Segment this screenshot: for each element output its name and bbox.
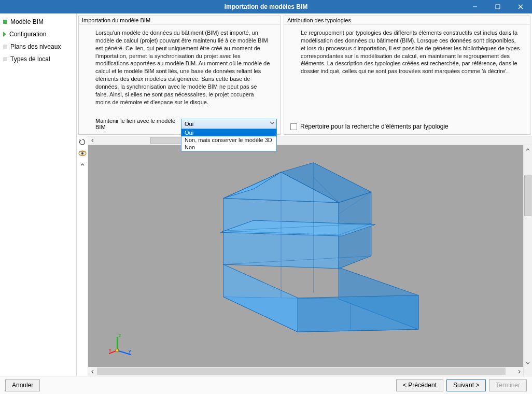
combo-label: Maintenir le lien avec le modèle BIM xyxy=(95,118,179,130)
pending-icon xyxy=(3,57,7,61)
import-panel: Importation du modèle BIM Lorsqu'un modè… xyxy=(78,16,281,135)
scroll-down-icon[interactable] xyxy=(524,358,532,367)
axis-gizmo: z y x xyxy=(109,331,135,357)
panel-text: Lorsqu'un modèle de données du bâtiment … xyxy=(79,25,280,118)
window-title: Importation de modèles BIM xyxy=(225,3,308,10)
sidebar-item-label: Types de local xyxy=(10,55,50,63)
minimize-button[interactable] xyxy=(464,0,486,13)
combo-option[interactable]: Non xyxy=(181,144,276,151)
svg-point-28 xyxy=(116,349,119,352)
scroll-left-icon[interactable] xyxy=(88,367,97,376)
finish-button: Terminer xyxy=(489,379,527,391)
maintain-link-row: Maintenir le lien avec le modèle BIM Oui… xyxy=(79,118,280,134)
sidebar-item-label: Plans des niveaux xyxy=(10,43,61,50)
typology-checkbox-row: Répertoire pour la recherche d'éléments … xyxy=(284,123,530,134)
sidebar-item-modele-bim[interactable]: Modèle BIM xyxy=(0,16,76,28)
maximize-button[interactable] xyxy=(486,0,509,13)
window-controls xyxy=(464,0,532,13)
3d-canvas[interactable]: z y x xyxy=(88,145,523,367)
reset-view-tool[interactable] xyxy=(78,138,87,146)
scroll-right-icon[interactable] xyxy=(514,367,523,376)
sidebar-item-types[interactable]: Types de local xyxy=(0,53,76,65)
sidebar-item-label: Configuration xyxy=(9,31,46,38)
eye-view-tool[interactable] xyxy=(78,149,87,158)
scroll-corner xyxy=(523,367,532,376)
combo-dropdown: Oui Non, mais conserver le modèle 3D Non xyxy=(181,129,277,151)
content-area: Importation du modèle BIM Lorsqu'un modè… xyxy=(77,13,532,376)
sidebar-item-configuration[interactable]: Configuration xyxy=(0,28,76,40)
combo-option[interactable]: Non, mais conserver le modèle 3D xyxy=(181,136,276,144)
svg-point-5 xyxy=(81,152,83,154)
combo-option[interactable]: Oui xyxy=(181,129,276,136)
typology-checkbox[interactable] xyxy=(290,123,297,130)
svg-marker-17 xyxy=(298,295,418,332)
sidebar-item-label: Modèle BIM xyxy=(10,18,44,25)
maintain-link-combo[interactable]: Oui Oui Non, mais conserver le modèle 3D… xyxy=(181,119,277,129)
checkbox-label: Répertoire pour la recherche d'éléments … xyxy=(300,123,449,130)
checkmark-icon xyxy=(3,20,7,24)
close-button[interactable] xyxy=(509,0,532,13)
axis-y-label: y xyxy=(129,348,131,354)
chevron-down-icon xyxy=(270,120,275,126)
vertical-scroll[interactable] xyxy=(523,145,532,367)
typology-panel: Attribution des typologies Le regroupeme… xyxy=(284,16,530,135)
scroll-thumb[interactable] xyxy=(524,175,531,216)
panel-text: Le regroupement par typologies des diffé… xyxy=(284,25,530,123)
panel-title: Attribution des typologies xyxy=(284,16,530,25)
3d-viewer: z y x xyxy=(77,136,532,376)
arrow-right-icon xyxy=(3,32,6,37)
sidebar-item-plans[interactable]: Plans des niveaux xyxy=(0,40,76,53)
panel-title: Importation du modèle BIM xyxy=(79,16,280,25)
top-panels: Importation du modèle BIM Lorsqu'un modè… xyxy=(77,13,532,136)
scroll-up-icon[interactable] xyxy=(524,145,532,154)
scroll-left-icon[interactable] xyxy=(88,136,97,145)
horizontal-scroll-bottom[interactable] xyxy=(88,367,532,376)
main-area: Modèle BIM Configuration Plans des nivea… xyxy=(0,13,532,376)
collapse-tool[interactable] xyxy=(78,161,87,169)
wizard-sidebar: Modèle BIM Configuration Plans des nivea… xyxy=(0,13,77,376)
combo-value: Oui xyxy=(185,121,193,127)
viewer-area: z y x xyxy=(88,136,532,376)
previous-button[interactable]: < Précédent xyxy=(396,379,443,391)
wizard-footer: Annuler < Précédent Suivant > Terminer xyxy=(0,376,532,394)
viewer-toolbar xyxy=(77,136,88,376)
svg-rect-1 xyxy=(496,5,500,9)
next-button[interactable]: Suivant > xyxy=(446,379,486,391)
cancel-button[interactable]: Annuler xyxy=(5,379,40,391)
svg-marker-8 xyxy=(223,264,298,332)
horizontal-scroll-top[interactable] xyxy=(88,136,532,145)
pending-icon xyxy=(3,45,7,49)
title-bar: Importation de modèles BIM xyxy=(0,0,532,13)
axis-x-label: x xyxy=(109,347,111,353)
scroll-thumb[interactable] xyxy=(97,368,506,375)
axis-z-label: z xyxy=(119,333,121,338)
